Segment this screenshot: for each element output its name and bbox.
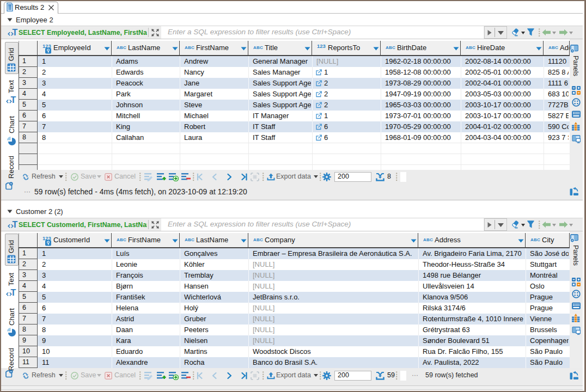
svg-text:T: T: [13, 220, 18, 229]
svg-text:T: T: [13, 28, 18, 37]
svg-text:T: T: [11, 95, 16, 105]
svg-text:T: T: [11, 288, 16, 297]
